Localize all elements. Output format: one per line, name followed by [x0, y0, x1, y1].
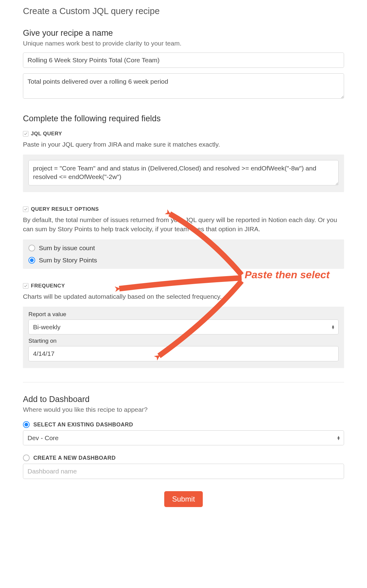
radio-existing-dashboard[interactable]: SELECT AN EXISTING DASHBOARD	[23, 419, 344, 430]
radio-label: SELECT AN EXISTING DASHBOARD	[33, 422, 133, 428]
result-options-hint: By default, the total number of issues r…	[23, 215, 344, 234]
annotation-label: Paste then select	[245, 269, 330, 281]
existing-dashboard-select[interactable]: Dev - Core	[23, 430, 344, 445]
result-options-label: QUERY RESULT OPTIONS	[31, 206, 99, 212]
radio-sum-story-points[interactable]: Sum by Story Points	[28, 254, 339, 266]
required-heading: Complete the following required fields	[23, 114, 344, 123]
radio-label: CREATE A NEW DASHBOARD	[33, 455, 116, 461]
check-icon	[23, 206, 28, 212]
page-title: Create a Custom JQL query recipe	[23, 6, 344, 16]
frequency-hint: Charts will be updated automatically bas…	[23, 292, 344, 301]
recipe-name-input[interactable]	[23, 53, 344, 68]
radio-sum-issue-count[interactable]: Sum by issue count	[28, 242, 339, 254]
submit-button[interactable]: Submit	[164, 491, 203, 507]
radio-icon	[23, 421, 30, 428]
starting-on-label: Starting on	[28, 338, 339, 344]
name-hint: Unique names work best to provide clarit…	[23, 40, 344, 47]
jql-hint: Paste in your JQL query from JIRA and ma…	[23, 140, 344, 149]
radio-icon	[23, 455, 30, 461]
dashboard-heading: Add to Dashboard	[23, 395, 344, 404]
radio-icon	[28, 257, 35, 264]
report-value-label: Report a value	[28, 311, 339, 318]
check-icon	[23, 131, 28, 137]
check-icon	[23, 283, 28, 289]
jql-label: JQL QUERY	[31, 131, 62, 137]
radio-icon	[28, 245, 35, 251]
divider	[23, 382, 344, 382]
frequency-label: FREQUENCY	[31, 283, 65, 289]
radio-new-dashboard[interactable]: CREATE A NEW DASHBOARD	[23, 452, 344, 464]
recipe-description-input[interactable]: Total points delivered over a rolling 6 …	[23, 73, 344, 99]
frequency-select[interactable]: Bi-weekly	[28, 320, 339, 334]
jql-query-input[interactable]: project = "Core Team" and and status in …	[28, 160, 339, 185]
name-heading: Give your recipe a name	[23, 28, 344, 38]
radio-label: Sum by Story Points	[39, 257, 97, 264]
starting-date-input[interactable]	[28, 346, 339, 361]
dashboard-hint: Where would you like this recipe to appe…	[23, 406, 344, 413]
new-dashboard-name-input[interactable]	[23, 464, 344, 479]
radio-label: Sum by issue count	[39, 244, 95, 252]
